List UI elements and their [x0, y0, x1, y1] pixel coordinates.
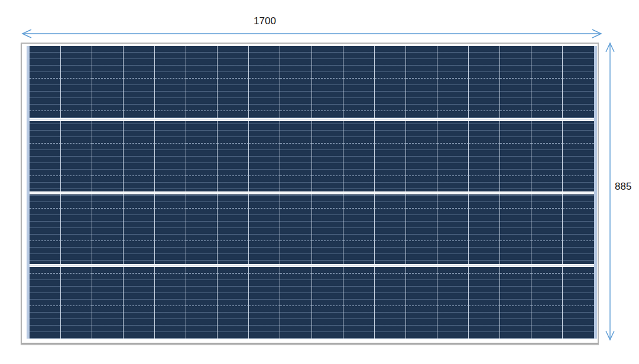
panel-edge-strip-right — [594, 46, 597, 339]
solar-cell — [155, 274, 186, 306]
solar-cell — [500, 111, 531, 144]
solar-cell — [312, 241, 343, 274]
solar-cell — [531, 111, 563, 144]
solar-cell — [218, 241, 249, 274]
solar-cell — [249, 306, 280, 339]
solar-cell — [343, 241, 375, 274]
solar-panel — [21, 43, 599, 344]
solar-cell — [124, 306, 155, 339]
solar-cell — [437, 274, 469, 306]
solar-cell — [406, 306, 437, 339]
width-dimension-arrow-line — [22, 30, 601, 38]
solar-cell — [218, 274, 249, 306]
solar-cell — [218, 46, 249, 79]
solar-cell — [124, 111, 155, 144]
solar-cell — [531, 241, 563, 274]
solar-cell — [124, 209, 155, 241]
solar-cell — [406, 46, 437, 79]
solar-cell — [280, 144, 312, 176]
solar-cell — [186, 46, 218, 79]
solar-cell — [312, 306, 343, 339]
solar-cell — [124, 274, 155, 306]
solar-cell — [61, 209, 92, 241]
solar-cell — [155, 144, 186, 176]
solar-cell — [469, 144, 500, 176]
solar-cell — [92, 79, 124, 111]
solar-cell — [61, 274, 92, 306]
solar-cell — [249, 209, 280, 241]
solar-cell — [563, 79, 594, 111]
solar-cell — [155, 79, 186, 111]
solar-cell — [343, 46, 375, 79]
solar-cell — [531, 46, 563, 79]
solar-cell — [406, 274, 437, 306]
solar-cell — [61, 306, 92, 339]
solar-cell — [61, 46, 92, 79]
solar-cell — [61, 144, 92, 176]
solar-cell — [375, 111, 406, 144]
solar-cell — [218, 209, 249, 241]
solar-cell — [30, 209, 61, 241]
solar-cell — [500, 274, 531, 306]
solar-cell — [92, 306, 124, 339]
solar-cell — [343, 209, 375, 241]
solar-cell — [155, 111, 186, 144]
solar-cell — [312, 144, 343, 176]
solar-cell — [500, 241, 531, 274]
solar-cell — [30, 241, 61, 274]
solar-cell — [30, 144, 61, 176]
solar-cell — [92, 209, 124, 241]
solar-cell — [218, 306, 249, 339]
solar-cell — [249, 46, 280, 79]
solar-cell — [280, 46, 312, 79]
solar-cell — [406, 111, 437, 144]
solar-cell — [375, 144, 406, 176]
solar-cell — [249, 144, 280, 176]
solar-cell — [343, 144, 375, 176]
busbar-band — [30, 118, 594, 121]
solar-cell — [61, 79, 92, 111]
solar-cell — [155, 241, 186, 274]
solar-cell — [249, 79, 280, 111]
solar-cell — [186, 111, 218, 144]
width-dimension-label: 1700 — [236, 15, 293, 27]
solar-cell — [312, 274, 343, 306]
solar-cell — [500, 306, 531, 339]
solar-cell — [531, 274, 563, 306]
solar-cell — [563, 111, 594, 144]
solar-cell — [124, 46, 155, 79]
solar-cell — [500, 79, 531, 111]
height-dimension-label: 885 — [615, 181, 631, 193]
solar-cell — [406, 209, 437, 241]
solar-cell — [155, 46, 186, 79]
solar-cell — [469, 79, 500, 111]
solar-cell — [375, 46, 406, 79]
solar-cell — [343, 111, 375, 144]
solar-cell — [531, 79, 563, 111]
solar-cell — [469, 111, 500, 144]
solar-cell — [375, 306, 406, 339]
solar-cell — [437, 241, 469, 274]
solar-cell — [563, 144, 594, 176]
solar-cell — [343, 79, 375, 111]
solar-cell — [155, 306, 186, 339]
solar-cell — [218, 79, 249, 111]
solar-cell — [30, 111, 61, 144]
solar-cell — [280, 274, 312, 306]
solar-cell — [406, 79, 437, 111]
solar-cell — [61, 111, 92, 144]
solar-cell — [92, 274, 124, 306]
solar-cell — [249, 111, 280, 144]
solar-cell — [437, 46, 469, 79]
solar-cell — [124, 241, 155, 274]
solar-cell — [30, 46, 61, 79]
solar-cell — [375, 241, 406, 274]
solar-cell — [375, 209, 406, 241]
solar-cell — [500, 209, 531, 241]
arrow-up-icon — [606, 43, 614, 52]
solar-cell — [155, 209, 186, 241]
solar-cell — [312, 46, 343, 79]
solar-cell — [280, 111, 312, 144]
solar-cell — [437, 306, 469, 339]
solar-cell — [406, 241, 437, 274]
